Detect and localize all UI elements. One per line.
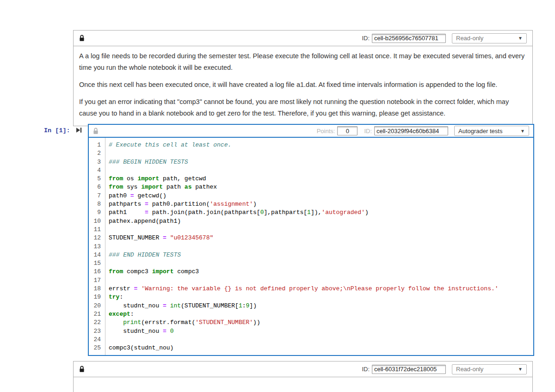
- step-forward-icon: [75, 127, 82, 135]
- line-number: 19: [89, 293, 101, 301]
- code-line[interactable]: print(errstr.format('STUDENT_NUMBER')): [109, 318, 533, 327]
- code-line[interactable]: path0 = getcwd(): [109, 192, 533, 200]
- code-line[interactable]: from os import path, getcwd: [109, 175, 533, 183]
- line-number: 14: [89, 251, 101, 259]
- cell-type-select[interactable]: Autograder tests ▼: [454, 126, 529, 136]
- cell-type-select[interactable]: Read-only ▼: [452, 33, 527, 43]
- code-line[interactable]: except:: [109, 310, 533, 318]
- line-number: 13: [89, 243, 101, 251]
- cell-id-input[interactable]: [372, 34, 446, 43]
- id-label: ID:: [362, 35, 370, 42]
- id-label: ID:: [364, 128, 372, 135]
- nbgrader-cell-toolbar: ID: Read-only ▼: [74, 31, 532, 46]
- line-number: 6: [89, 183, 101, 191]
- points-label: Points:: [317, 128, 335, 135]
- code-line[interactable]: STUDENT_NUMBER = "u012345678": [109, 234, 533, 242]
- code-line[interactable]: [109, 276, 533, 285]
- line-number: 11: [89, 226, 101, 234]
- line-number-gutter: 1234567891011121314151617181920212223242…: [89, 138, 105, 355]
- line-number: 17: [89, 276, 101, 285]
- line-number: 5: [89, 175, 101, 183]
- lock-icon: [79, 35, 85, 42]
- code-lines[interactable]: # Execute this cell at least once. ### B…: [105, 138, 533, 355]
- line-number: 20: [89, 302, 101, 310]
- code-line[interactable]: from sys import path as pathex: [109, 183, 533, 191]
- code-line[interactable]: compc3(studnt_nou): [109, 344, 533, 352]
- code-cell: Points: ID: Autograder tests ▼ 123456789…: [88, 124, 534, 356]
- code-line[interactable]: # Execute this cell at least once.: [109, 141, 533, 149]
- input-prompt: In [1]:: [44, 127, 70, 134]
- points-input[interactable]: [337, 126, 358, 135]
- lock-icon: [79, 366, 85, 373]
- code-line[interactable]: from compc3 import compc3: [109, 268, 533, 276]
- nbgrader-cell-toolbar: ID: Read-only ▼: [74, 361, 532, 377]
- line-number: 10: [89, 217, 101, 226]
- cell-type-value: Read-only: [456, 366, 518, 373]
- cell-type-select[interactable]: Read-only ▼: [452, 364, 527, 374]
- code-line[interactable]: studnt_nou = 0: [109, 327, 533, 336]
- markdown-paragraph: Once this next cell has been executed on…: [79, 79, 527, 91]
- markdown-body[interactable]: [74, 377, 532, 382]
- line-number: 23: [89, 327, 101, 336]
- code-line[interactable]: errstr = 'Warning: the variable {} is no…: [109, 285, 533, 293]
- code-line[interactable]: pathparts = path0.partition('assignment'…: [109, 200, 533, 208]
- line-number: 3: [89, 158, 101, 166]
- code-line[interactable]: [109, 259, 533, 268]
- dropdown-arrow-icon: ▼: [520, 129, 525, 134]
- code-line[interactable]: studnt_nou = int(STUDENT_NUMBER[1:9]): [109, 302, 533, 310]
- line-number: 1: [89, 141, 101, 149]
- line-number: 4: [89, 166, 101, 175]
- cell-type-value: Read-only: [456, 35, 518, 42]
- line-number: 9: [89, 208, 101, 217]
- line-number: 25: [89, 344, 101, 352]
- cell-id-input[interactable]: [374, 126, 448, 135]
- line-number: 12: [89, 234, 101, 242]
- line-number: 21: [89, 310, 101, 318]
- code-editor[interactable]: 1234567891011121314151617181920212223242…: [89, 138, 533, 355]
- cell-type-value: Autograder tests: [458, 128, 520, 135]
- markdown-body[interactable]: A a log file needs to be recorded during…: [74, 46, 532, 126]
- code-line[interactable]: pathex.append(path1): [109, 217, 533, 226]
- line-number: 22: [89, 318, 101, 327]
- id-label: ID:: [362, 366, 370, 373]
- code-line[interactable]: [109, 336, 533, 344]
- code-line[interactable]: [109, 166, 533, 175]
- code-line[interactable]: ### END HIDDEN TESTS: [109, 251, 533, 259]
- lock-icon: [93, 128, 99, 135]
- line-number: 24: [89, 336, 101, 344]
- code-line[interactable]: ### BEGIN HIDDEN TESTS: [109, 158, 533, 166]
- line-number: 7: [89, 192, 101, 200]
- cell-id-input[interactable]: [372, 365, 446, 374]
- markdown-paragraph: A a log file needs to be recorded during…: [79, 50, 527, 74]
- dropdown-arrow-icon: ▼: [518, 36, 523, 41]
- code-line[interactable]: path1 = path.join(path.join(pathparts[0]…: [109, 208, 533, 217]
- code-line[interactable]: [109, 226, 533, 234]
- notebook-page: ID: Read-only ▼ A a log file needs to be…: [0, 0, 555, 392]
- markdown-paragraph: If you get an error indicating that "com…: [79, 96, 527, 119]
- code-line[interactable]: [109, 149, 533, 158]
- line-number: 2: [89, 149, 101, 158]
- dropdown-arrow-icon: ▼: [518, 367, 523, 372]
- line-number: 18: [89, 285, 101, 293]
- line-number: 15: [89, 259, 101, 268]
- code-line[interactable]: [109, 243, 533, 251]
- markdown-cell-bottom: ID: Read-only ▼: [73, 361, 533, 392]
- line-number: 8: [89, 200, 101, 208]
- markdown-cell: ID: Read-only ▼ A a log file needs to be…: [73, 30, 533, 126]
- nbgrader-cell-toolbar: Points: ID: Autograder tests ▼: [89, 125, 533, 138]
- line-number: 16: [89, 268, 101, 276]
- code-line[interactable]: try:: [109, 293, 533, 301]
